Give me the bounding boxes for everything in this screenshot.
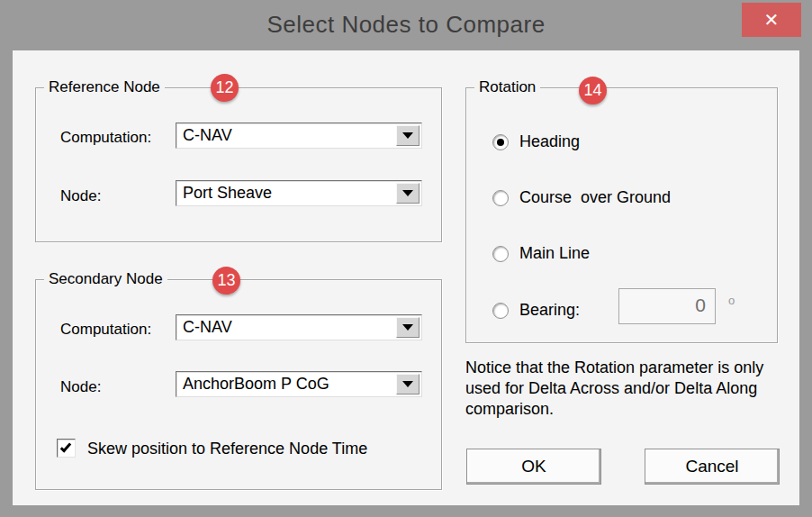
- radio-course-over-ground-label: Course over Ground: [519, 188, 671, 207]
- ref-node-value: Port Sheave: [183, 184, 272, 203]
- ref-computation-label: Computation:: [60, 129, 151, 147]
- annotation-badge-13: 13: [212, 267, 240, 295]
- radio-heading[interactable]: [492, 134, 509, 150]
- sec-node-value: AnchorBoom P CoG: [183, 375, 329, 394]
- sec-computation-dropdown[interactable]: C-NAV: [176, 314, 422, 340]
- chevron-down-icon: [402, 381, 413, 387]
- skew-position-checkbox[interactable]: [57, 439, 76, 458]
- chevron-down-icon: [402, 190, 413, 196]
- ok-button[interactable]: OK: [466, 449, 601, 485]
- annotation-badge-14: 14: [579, 77, 607, 104]
- radio-bearing[interactable]: [492, 303, 509, 319]
- checkmark-icon: [60, 441, 71, 453]
- ref-node-dropdown-button[interactable]: [396, 183, 420, 204]
- bearing-input[interactable]: 0: [618, 288, 716, 324]
- sec-node-dropdown-button[interactable]: [396, 374, 420, 395]
- ref-node-label: Node:: [60, 187, 101, 205]
- dialog-body: Reference Node 12 Computation: C-NAV Nod…: [12, 50, 800, 506]
- skew-position-label: Skew position to Reference Node Time: [87, 440, 367, 458]
- rotation-notice-text: Notice that the Rotation parameter is on…: [465, 358, 779, 420]
- radio-main-line[interactable]: [492, 246, 509, 262]
- sec-computation-dropdown-button[interactable]: [396, 317, 420, 338]
- reference-node-legend: Reference Node: [44, 78, 165, 96]
- ref-node-dropdown[interactable]: Port Sheave: [176, 180, 422, 206]
- radio-course-over-ground[interactable]: [492, 190, 509, 206]
- ref-computation-value: C-NAV: [183, 126, 232, 145]
- sec-node-label: Node:: [60, 378, 101, 396]
- close-icon: ✕: [764, 9, 780, 31]
- radio-dot: [497, 139, 504, 146]
- sec-computation-value: C-NAV: [183, 318, 232, 337]
- radio-heading-label: Heading: [519, 132, 580, 151]
- radio-bearing-label: Bearing:: [519, 301, 580, 320]
- close-button[interactable]: ✕: [742, 3, 801, 37]
- select-nodes-dialog: Select Nodes to Compare ✕ Reference Node…: [0, 0, 812, 517]
- annotation-badge-12: 12: [211, 74, 239, 102]
- dialog-title: Select Nodes to Compare: [0, 11, 812, 39]
- rotation-group: Rotation 14 Heading Course over Ground M…: [465, 87, 778, 343]
- secondary-node-legend: Secondary Node: [44, 270, 167, 288]
- ref-computation-dropdown[interactable]: C-NAV: [176, 122, 422, 149]
- degree-unit-icon: o: [728, 294, 735, 307]
- radio-main-line-label: Main Line: [519, 244, 590, 263]
- bearing-value: 0: [695, 295, 706, 316]
- cancel-button[interactable]: Cancel: [645, 449, 780, 485]
- rotation-legend: Rotation: [474, 78, 540, 96]
- sec-computation-label: Computation:: [60, 321, 151, 339]
- secondary-node-group: Secondary Node 13 Computation: C-NAV Nod…: [35, 279, 442, 490]
- chevron-down-icon: [402, 324, 413, 331]
- ref-computation-dropdown-button[interactable]: [396, 125, 420, 146]
- sec-node-dropdown[interactable]: AnchorBoom P CoG: [176, 371, 422, 397]
- reference-node-group: Reference Node 12 Computation: C-NAV Nod…: [35, 87, 442, 242]
- chevron-down-icon: [402, 132, 413, 139]
